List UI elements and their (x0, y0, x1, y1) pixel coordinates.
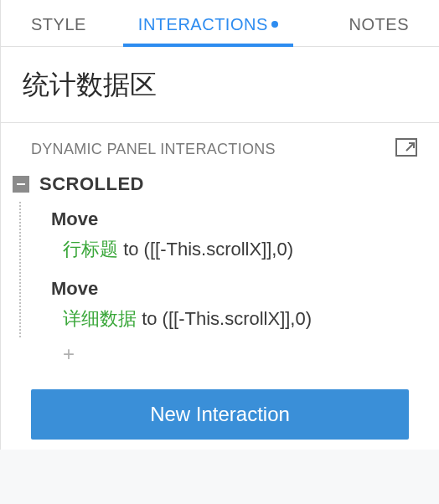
action-detail: 详细数据 to ([[-This.scrollX]],0) (51, 306, 417, 332)
tree-line (19, 202, 21, 337)
action-item[interactable]: Move 详细数据 to ([[-This.scrollX]],0) (19, 271, 439, 341)
add-action-button[interactable]: + (19, 341, 439, 368)
tab-interactions[interactable]: INTERACTIONS (123, 0, 293, 46)
action-params: to ([[-This.scrollX]],0) (123, 239, 293, 260)
tab-label: INTERACTIONS (138, 15, 268, 33)
widget-title: 统计数据区 (23, 67, 417, 104)
event-row[interactable]: SCROLLED (1, 170, 439, 202)
action-type: Move (51, 208, 417, 230)
tabs-bar: STYLE INTERACTIONS NOTES (1, 0, 439, 47)
collapse-button[interactable] (13, 176, 29, 193)
action-target: 详细数据 (63, 308, 137, 329)
action-item[interactable]: Move 行标题 to ([[-This.scrollX]],0) (19, 202, 439, 271)
action-detail: 行标题 to ([[-This.scrollX]],0) (51, 237, 417, 263)
action-params: to ([[-This.scrollX]],0) (142, 308, 312, 329)
tab-style[interactable]: STYLE (16, 0, 101, 46)
actions-list: Move 行标题 to ([[-This.scrollX]],0) Move 详… (19, 202, 439, 368)
action-type: Move (51, 278, 417, 300)
action-target: 行标题 (63, 239, 118, 260)
new-interaction-button[interactable]: New Interaction (31, 389, 409, 440)
minus-icon (17, 183, 25, 185)
section-header: DYNAMIC PANEL INTERACTIONS (1, 123, 439, 170)
section-label: DYNAMIC PANEL INTERACTIONS (31, 141, 276, 158)
indicator-dot-icon (271, 21, 278, 28)
button-row: New Interaction (1, 368, 439, 450)
tab-notes[interactable]: NOTES (334, 0, 424, 46)
title-section: 统计数据区 (1, 47, 439, 123)
event-name: SCROLLED (39, 173, 144, 195)
popout-icon[interactable] (395, 138, 417, 160)
